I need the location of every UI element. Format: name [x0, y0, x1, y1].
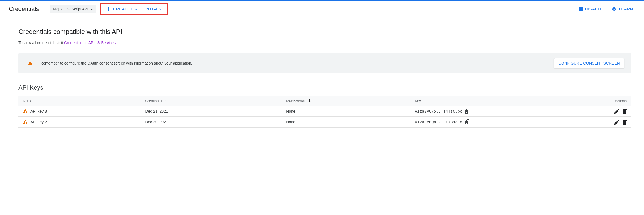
page-title: Credentials	[9, 5, 39, 13]
page-header: Credentials Maps JavaScript API Create C…	[0, 1, 644, 17]
disable-button[interactable]: Disable	[575, 4, 608, 13]
api-key-name: API key 3	[30, 109, 47, 113]
api-keys-table: Name Creation date Restrictions Key Acti…	[18, 96, 631, 128]
col-created[interactable]: Creation date	[141, 96, 282, 106]
table-row: API key 3Dec 21, 2021NoneAIzaSyC75...T4T…	[18, 106, 631, 117]
desc-prefix: To view all credentials visit	[18, 41, 64, 45]
svg-rect-1	[30, 63, 30, 64]
restrictions-cell: None	[282, 106, 410, 117]
learn-icon	[612, 7, 617, 11]
copy-icon[interactable]	[465, 109, 469, 114]
svg-rect-3	[25, 111, 26, 112]
svg-rect-6	[25, 123, 26, 124]
credentials-link[interactable]: Credentials in APIs & Services	[64, 41, 116, 45]
svg-rect-4	[25, 112, 26, 113]
table-row: API key 2Dec 20, 2021NoneAIzaSyBQ8...0tJ…	[18, 117, 631, 127]
copy-icon[interactable]	[465, 119, 469, 124]
api-selector-label: Maps JavaScript API	[53, 7, 88, 11]
main-content: Credentials compatible with this API To …	[0, 17, 644, 133]
api-selector-dropdown[interactable]: Maps JavaScript API	[50, 5, 96, 13]
sort-down-icon	[308, 99, 311, 103]
disable-label: Disable	[585, 7, 603, 11]
name-cell[interactable]: API key 3	[23, 109, 137, 113]
warning-icon	[28, 61, 33, 65]
plus-icon	[106, 7, 111, 11]
key-value: AIzaSyC75...T4TsCubc	[415, 109, 462, 113]
col-restrictions-label: Restrictions	[286, 99, 305, 103]
edit-icon[interactable]	[611, 120, 619, 125]
col-key[interactable]: Key	[410, 96, 570, 106]
create-credentials-button[interactable]: Create Credentials	[100, 3, 168, 15]
actions-cell	[570, 106, 631, 117]
created-cell: Dec 20, 2021	[141, 117, 282, 127]
learn-button[interactable]: Learn	[607, 4, 637, 13]
svg-rect-0	[579, 7, 583, 11]
api-key-name: API key 2	[30, 120, 47, 124]
description-line: To view all credentials visit Credential…	[18, 41, 631, 45]
warning-icon	[23, 120, 28, 124]
delete-icon[interactable]	[619, 109, 627, 114]
banner-text: Remember to configure the OAuth consent …	[40, 61, 554, 65]
actions-cell	[570, 117, 631, 127]
col-restrictions[interactable]: Restrictions	[282, 96, 410, 106]
api-keys-title: API Keys	[18, 84, 631, 91]
learn-label: Learn	[619, 7, 633, 11]
key-cell: AIzaSyC75...T4TsCubc	[415, 109, 565, 114]
svg-rect-2	[30, 64, 30, 65]
edit-icon[interactable]	[611, 109, 619, 114]
col-name[interactable]: Name	[18, 96, 141, 106]
oauth-consent-banner: Remember to configure the OAuth consent …	[18, 53, 631, 73]
section-title: Credentials compatible with this API	[18, 28, 631, 36]
create-credentials-label: Create Credentials	[113, 7, 161, 11]
key-value: AIzaSyBQ8...0tJ89a_o	[415, 120, 462, 124]
configure-consent-button[interactable]: Configure Consent Screen	[554, 58, 624, 68]
restrictions-cell: None	[282, 117, 410, 127]
created-cell: Dec 21, 2021	[141, 106, 282, 117]
dropdown-icon	[90, 7, 93, 11]
svg-rect-5	[25, 121, 26, 123]
warning-icon	[23, 109, 28, 113]
delete-icon[interactable]	[619, 120, 627, 125]
name-cell[interactable]: API key 2	[23, 120, 137, 124]
col-actions: Actions	[570, 96, 631, 106]
stop-icon	[579, 7, 583, 11]
key-cell: AIzaSyBQ8...0tJ89a_o	[415, 119, 565, 124]
